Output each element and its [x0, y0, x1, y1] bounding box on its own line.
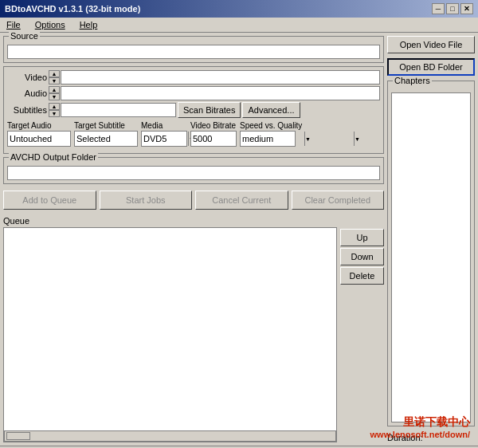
menu-help[interactable]: Help — [76, 19, 101, 30]
video-spin-up[interactable]: ▲ — [49, 70, 60, 77]
delete-button[interactable]: Delete — [340, 267, 384, 285]
audio-spin-up[interactable]: ▲ — [49, 86, 60, 93]
title-bar: BDtoAVCHD v1.3.1 (32-bit mode) ─ □ ✕ — [0, 0, 478, 18]
audio-row: Audio ▲ ▼ — [7, 86, 380, 100]
target-subtitle-select-wrapper: ▼ — [74, 131, 138, 147]
queue-textarea[interactable] — [4, 228, 336, 430]
add-to-queue-button[interactable]: Add to Queue — [3, 191, 96, 210]
left-panel: Source Video ▲ ▼ Audio — [3, 36, 384, 442]
video-spin-wrapper: ▲ ▼ — [49, 70, 380, 84]
source-label: Source — [9, 31, 40, 41]
subtitles-label: Subtitles — [7, 105, 47, 115]
cancel-current-button[interactable]: Cancel Current — [195, 191, 288, 210]
speed-quality-arrow[interactable]: ▼ — [354, 132, 360, 146]
audio-label: Audio — [7, 88, 47, 98]
target-subtitle-col: Target Subtitle ▼ — [74, 121, 138, 147]
duration-label: Duration: — [387, 433, 423, 442]
source-input[interactable] — [7, 45, 380, 59]
right-panel: Open Video File Open BD Folder Chapters … — [387, 36, 475, 442]
minimize-button[interactable]: ─ — [432, 3, 445, 14]
speed-quality-select-wrapper: ▼ — [240, 131, 296, 147]
title-controls: ─ □ ✕ — [432, 3, 473, 14]
source-group: Source — [3, 36, 384, 63]
video-bitrate-label: Video Bitrate — [190, 121, 237, 130]
subtitles-spin-up[interactable]: ▲ — [49, 103, 60, 110]
speed-quality-col: Speed vs. Quality ▼ — [240, 121, 302, 147]
maximize-button[interactable]: □ — [446, 3, 459, 14]
menu-file[interactable]: File — [3, 19, 24, 30]
chapters-list[interactable] — [391, 92, 471, 422]
target-audio-col: Target Audio ▼ — [7, 121, 71, 147]
scan-bitrates-button[interactable]: Scan Bitrates — [178, 102, 241, 118]
subtitles-spin-down[interactable]: ▼ — [49, 110, 60, 117]
fields-group: Video ▲ ▼ Audio ▲ ▼ — [3, 66, 384, 154]
subtitles-spin-wrapper: ▲ ▼ — [49, 103, 176, 117]
video-label: Video — [7, 73, 47, 82]
audio-spin-buttons: ▲ ▼ — [49, 86, 60, 100]
main-content: Source Video ▲ ▼ Audio — [0, 33, 478, 446]
title-text: BDtoAVCHD v1.3.1 (32-bit mode) — [5, 4, 140, 14]
target-audio-select-wrapper: ▼ — [7, 131, 71, 147]
media-label: Media — [141, 121, 187, 130]
video-input[interactable] — [61, 70, 380, 84]
queue-section: Queue Up Down Delete — [3, 216, 384, 442]
queue-scrollbar[interactable] — [4, 430, 336, 442]
target-audio-label: Target Audio — [7, 121, 71, 130]
queue-scrollbar-thumb — [6, 432, 30, 440]
queue-label: Queue — [3, 216, 384, 226]
media-col: Media ▼ — [141, 121, 187, 147]
video-spin-down[interactable]: ▼ — [49, 77, 60, 84]
down-button[interactable]: Down — [340, 248, 384, 265]
queue-side-buttons: Up Down Delete — [340, 227, 384, 442]
advanced-button[interactable]: Advanced... — [242, 102, 300, 118]
avchd-label: AVCHD Output Folder — [9, 152, 98, 162]
action-buttons: Add to Queue Start Jobs Cancel Current C… — [3, 191, 384, 210]
open-bd-folder-button[interactable]: Open BD Folder — [387, 58, 475, 76]
duration-row: Duration: — [387, 433, 475, 442]
video-bitrate-col: Video Bitrate ▼ — [190, 121, 237, 147]
speed-quality-label: Speed vs. Quality — [240, 121, 302, 130]
queue-area-wrapper: Up Down Delete — [3, 227, 384, 442]
video-bitrate-select-wrapper: ▼ — [190, 131, 237, 147]
avchd-group: AVCHD Output Folder — [3, 157, 384, 184]
subtitles-input[interactable] — [61, 103, 176, 117]
menu-bar: File Options Help — [0, 18, 478, 33]
speed-quality-input[interactable] — [241, 132, 354, 146]
menu-options[interactable]: Options — [32, 19, 69, 30]
audio-spin-down[interactable]: ▼ — [49, 93, 60, 100]
video-spin-buttons: ▲ ▼ — [49, 70, 60, 84]
chapters-group: Chapters — [387, 81, 475, 426]
subtitles-row: Subtitles ▲ ▼ Scan Bitrates Advanced... — [7, 102, 380, 118]
open-video-file-button[interactable]: Open Video File — [387, 36, 475, 53]
video-row: Video ▲ ▼ — [7, 70, 380, 84]
target-subtitle-label: Target Subtitle — [74, 121, 138, 130]
audio-spin-wrapper: ▲ ▼ — [49, 86, 380, 100]
audio-input[interactable] — [61, 86, 380, 100]
up-button[interactable]: Up — [340, 229, 384, 246]
target-row: Target Audio ▼ Target Subtitle ▼ — [7, 121, 380, 147]
close-button[interactable]: ✕ — [460, 3, 473, 14]
media-select-wrapper: ▼ — [141, 131, 187, 147]
clear-completed-button[interactable]: Clear Completed — [292, 191, 385, 210]
chapters-label: Chapters — [393, 76, 432, 85]
subtitles-spin-buttons: ▲ ▼ — [49, 103, 60, 117]
start-jobs-button[interactable]: Start Jobs — [100, 191, 193, 210]
avchd-folder-input[interactable] — [7, 166, 380, 180]
queue-container — [3, 227, 337, 442]
